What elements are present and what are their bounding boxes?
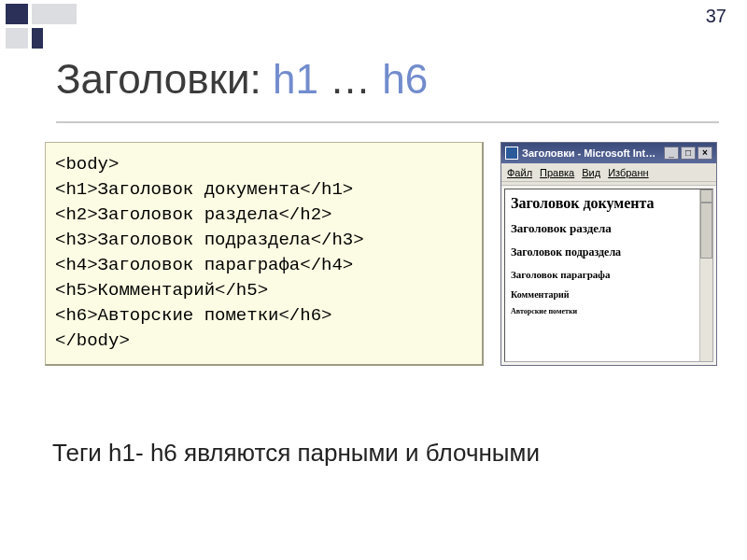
code-example-box: <body> <h1>Заголовок документа</h1> <h2>…: [45, 142, 484, 366]
toolbar: [501, 182, 716, 186]
rendered-h1: Заголовок документа: [511, 195, 707, 212]
slide-title: Заголовки: h1 … h6: [56, 56, 428, 103]
menu-bar: Файл Правка Вид Избранн: [501, 163, 716, 182]
window-titlebar[interactable]: Заголовки - Microsoft Intern… _ □ ×: [501, 143, 716, 163]
rendered-h2: Заголовок раздела: [511, 221, 707, 236]
code-line: <h6>Авторские пометки</h6>: [55, 305, 331, 326]
browser-content-area: Заголовок документа Заголовок раздела За…: [504, 189, 713, 362]
title-h1: h1: [273, 56, 318, 102]
minimize-button[interactable]: _: [664, 147, 679, 160]
window-buttons: _ □ ×: [664, 147, 712, 160]
maximize-button[interactable]: □: [681, 147, 696, 160]
scroll-thumb[interactable]: [700, 203, 712, 259]
code-line: <h2>Заголовок раздела</h2>: [55, 204, 331, 225]
code-line: <h3>Заголовок подраздела</h3>: [55, 230, 364, 250]
page-number: 37: [706, 6, 726, 27]
code-line: <h4>Заголовок параграфа</h4>: [55, 255, 353, 275]
slide-corner-decoration: [0, 0, 112, 56]
window-title: Заголовки - Microsoft Intern…: [522, 147, 660, 159]
vertical-scrollbar[interactable]: [699, 189, 712, 361]
slide-footer-text: Теги h1- h6 являются парными и блочными: [52, 439, 540, 468]
menu-view[interactable]: Вид: [582, 167, 600, 178]
ie-icon: [505, 147, 518, 160]
title-mid: …: [318, 56, 382, 102]
code-line: <h5>Комментарий</h5>: [55, 280, 268, 301]
code-line: <h1>Заголовок документа</h1>: [55, 179, 353, 200]
rendered-h6: Авторские пометки: [511, 307, 707, 315]
title-divider: [56, 121, 719, 123]
rendered-h3: Заголовок подраздела: [511, 245, 707, 259]
scroll-up-button[interactable]: [700, 189, 712, 203]
menu-favorites[interactable]: Избранн: [608, 167, 649, 178]
menu-file[interactable]: Файл: [507, 167, 532, 178]
title-prefix: Заголовки:: [56, 56, 273, 102]
code-line: <body>: [55, 154, 119, 175]
rendered-h4: Заголовок параграфа: [511, 269, 707, 280]
browser-preview-window: Заголовки - Microsoft Intern… _ □ × Файл…: [500, 142, 717, 366]
code-line: </body>: [55, 330, 130, 351]
close-button[interactable]: ×: [698, 147, 712, 160]
menu-edit[interactable]: Правка: [540, 167, 574, 178]
rendered-h5: Комментарий: [511, 289, 707, 300]
title-h6: h6: [382, 56, 428, 102]
